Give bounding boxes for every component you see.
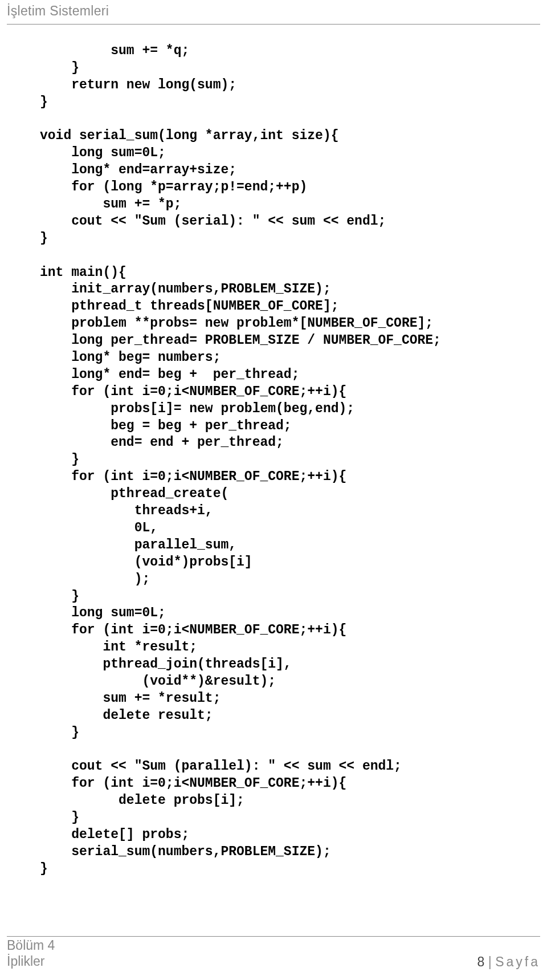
page-header: İşletim Sistemleri	[0, 0, 116, 21]
page-footer: Bölüm 4 İplikler 8 | Sayfa	[7, 937, 540, 970]
footer-left: Bölüm 4 İplikler	[7, 937, 55, 970]
footer-chapter: Bölüm 4	[7, 937, 55, 954]
page-number: 8	[477, 954, 485, 969]
footer-right: 8 | Sayfa	[477, 954, 540, 970]
code-block: sum += *q; } return new long(sum); } voi…	[40, 43, 496, 878]
header-rule	[7, 24, 540, 25]
footer-subtitle: İplikler	[7, 953, 55, 970]
header-title: İşletim Sistemleri	[7, 3, 109, 18]
page-word: Sayfa	[495, 954, 540, 969]
page-separator: |	[484, 954, 495, 969]
